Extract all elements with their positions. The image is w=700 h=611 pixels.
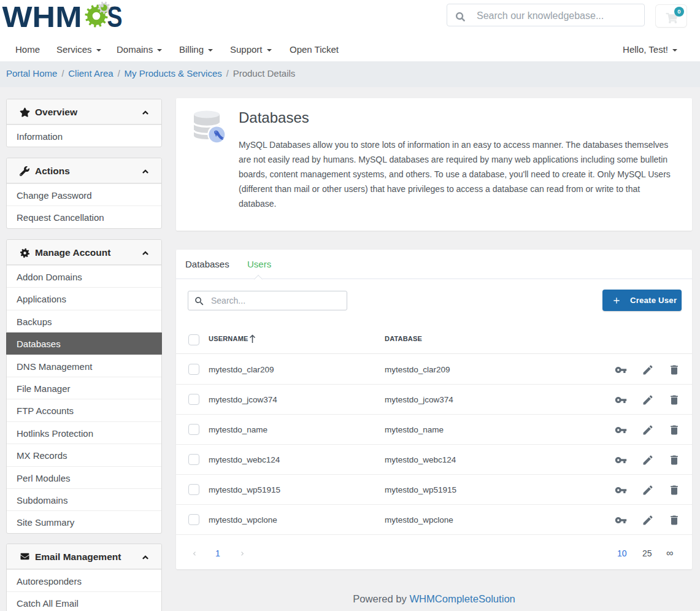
svg-text:WHM: WHM <box>2 1 82 31</box>
